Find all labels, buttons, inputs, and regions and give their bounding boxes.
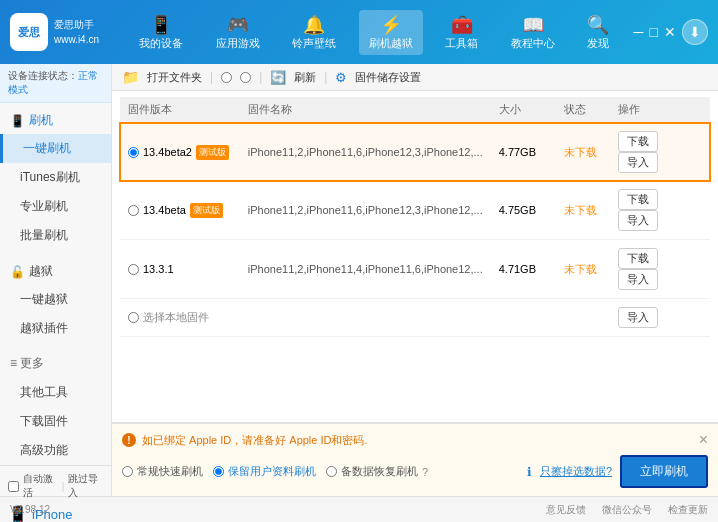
sidebar-item-other-tools[interactable]: 其他工具 (0, 378, 111, 407)
logo-name: 爱思助手 (54, 17, 99, 32)
sidebar-item-itunes-flash[interactable]: iTunes刷机 (0, 163, 111, 192)
row1-download-btn[interactable]: 下载 (618, 131, 658, 152)
sidebar-item-download-firmware[interactable]: 下载固件 (0, 407, 111, 436)
row2-download-btn[interactable]: 下载 (618, 189, 658, 210)
jailbreak-icon: 🔓 (10, 265, 25, 279)
download-circle-btn[interactable]: ⬇ (682, 19, 708, 45)
sidebar-item-jailbreak-header: 🔓 越狱 (0, 258, 111, 285)
footer-check-update[interactable]: 检查更新 (668, 503, 708, 517)
sidebar-item-flash-header: 📱 刷机 (0, 107, 111, 134)
sidebar-more-section: ≡ 更多 其他工具 下载固件 高级功能 (0, 349, 111, 465)
tutorial-label: 教程中心 (511, 36, 555, 51)
open-folder-btn[interactable]: 打开文件夹 (147, 70, 202, 85)
toolbox-icon: 🧰 (451, 14, 473, 36)
row2-import-btn[interactable]: 导入 (618, 210, 658, 231)
row1-radio[interactable] (128, 147, 139, 158)
device-status-label: 设备连接状态： (8, 70, 78, 81)
restore-data-label: 备数据恢复刷机 (341, 464, 418, 479)
row3-import-btn[interactable]: 导入 (618, 269, 658, 290)
row2-version: 13.4beta 测试版 (120, 181, 240, 240)
quick-flash-radio[interactable] (122, 466, 133, 477)
nav-item-app-games[interactable]: 🎮 应用游戏 (206, 10, 270, 55)
maximize-icon[interactable]: □ (650, 24, 658, 40)
notice-close-btn[interactable]: × (699, 432, 708, 448)
row2-actions: 下载 导入 (610, 181, 710, 240)
row1-name: iPhone11,2,iPhone11,6,iPhone12,3,iPhone1… (240, 123, 491, 182)
row3-actions: 下载 导入 (610, 240, 710, 299)
auto-activate-checkbox[interactable] (8, 481, 19, 492)
logo-url: www.i4.cn (54, 32, 99, 47)
help-link[interactable]: 只擦掉选数据? (540, 464, 612, 479)
nav-bar: 📱 我的设备 🎮 应用游戏 🔔 铃声壁纸 ⚡ 刷机越狱 🧰 工具箱 📖 教程中心… (123, 10, 626, 55)
row3-download-btn[interactable]: 下载 (618, 248, 658, 269)
option-restore-data[interactable]: 备数据恢复刷机 ? (326, 464, 428, 479)
my-device-label: 我的设备 (139, 36, 183, 51)
row1-status: 未下载 (556, 123, 611, 182)
row3-status: 未下载 (556, 240, 611, 299)
sidebar-item-batch-flash[interactable]: 批量刷机 (0, 221, 111, 250)
content-area: 📁 打开文件夹 | | 🔄 刷新 | ⚙ 固件储存设置 固件版本 固件名称 大小… (112, 64, 718, 496)
nav-item-flash-jailbreak[interactable]: ⚡ 刷机越狱 (359, 10, 423, 55)
auto-activate-label: 自动激活 (23, 472, 58, 500)
nav-item-ringtone[interactable]: 🔔 铃声壁纸 (282, 10, 346, 55)
help-link-area: ℹ 只擦掉选数据? 立即刷机 (527, 455, 708, 488)
my-device-icon: 📱 (150, 14, 172, 36)
nav-item-my-device[interactable]: 📱 我的设备 (129, 10, 193, 55)
footer-wechat[interactable]: 微信公众号 (602, 503, 652, 517)
refresh-icon: 🔄 (270, 70, 286, 85)
bottom-notice: ! 如已绑定 Apple ID，请准备好 Apple ID和密码. × (122, 432, 708, 448)
nav-item-discovery[interactable]: 🔍 发现 (577, 10, 619, 55)
bottom-options: 常规快速刷机 保留用户资料刷机 备数据恢复刷机 ? ℹ 只擦掉选数据? 立即刷机 (122, 455, 708, 488)
sep: | (62, 481, 65, 492)
logo: 爱思 爱思助手 www.i4.cn (10, 13, 99, 51)
header: 爱思 爱思助手 www.i4.cn 📱 我的设备 🎮 应用游戏 🔔 铃声壁纸 ⚡… (0, 0, 718, 64)
flash-section-label: 刷机 (29, 112, 53, 129)
discovery-icon: 🔍 (587, 14, 609, 36)
row3-version: 13.3.1 (120, 240, 240, 299)
footer-feedback[interactable]: 意见反馈 (546, 503, 586, 517)
nav-item-toolbox[interactable]: 🧰 工具箱 (435, 10, 488, 55)
keep-data-radio[interactable] (213, 466, 224, 477)
toolbar: 📁 打开文件夹 | | 🔄 刷新 | ⚙ 固件储存设置 (112, 64, 718, 91)
sidebar-item-more[interactable]: ≡ 更多 (0, 349, 111, 378)
toolbar-radio2[interactable] (240, 72, 251, 83)
close-icon[interactable]: ✕ (664, 24, 676, 40)
sidebar-item-pro-flash[interactable]: 专业刷机 (0, 192, 111, 221)
toolbar-radio1[interactable] (221, 72, 232, 83)
row1-import-btn[interactable]: 导入 (618, 152, 658, 173)
refresh-btn[interactable]: 刷新 (294, 70, 316, 85)
logo-icon-text: 爱思 (18, 27, 40, 38)
row1-tag: 测试版 (196, 145, 229, 160)
row4-radio[interactable] (128, 312, 139, 323)
toolbar-sep2: | (259, 70, 262, 84)
sidebar-flash-section: 📱 刷机 一键刷机 iTunes刷机 专业刷机 批量刷机 (0, 103, 111, 250)
sidebar-jailbreak-section: 🔓 越狱 一键越狱 越狱插件 (0, 256, 111, 343)
option-quick-flash[interactable]: 常规快速刷机 (122, 464, 203, 479)
toolbox-label: 工具箱 (445, 36, 478, 51)
help-question-icon[interactable]: ? (422, 466, 428, 478)
sidebar-item-one-click-flash[interactable]: 一键刷机 (0, 134, 111, 163)
flash-now-btn[interactable]: 立即刷机 (620, 455, 708, 488)
row4-name (240, 299, 491, 337)
phone-icon: 📱 (10, 114, 25, 128)
minimize-icon[interactable]: ─ (634, 24, 644, 40)
row4-import-btn[interactable]: 导入 (618, 307, 658, 328)
row1-version: 13.4beta2 测试版 (120, 123, 240, 182)
sidebar-item-one-click-jailbreak[interactable]: 一键越狱 (0, 285, 111, 314)
row2-radio[interactable] (128, 205, 139, 216)
footer-version: V7.98.12 (10, 504, 50, 515)
storage-settings-btn[interactable]: 固件储存设置 (355, 70, 421, 85)
row2-size: 4.75GB (491, 181, 556, 240)
row3-name: iPhone11,2,iPhone11,4,iPhone11,6,iPhone1… (240, 240, 491, 299)
sidebar-item-advanced[interactable]: 高级功能 (0, 436, 111, 465)
main-area: 设备连接状态：正常模式 📱 刷机 一键刷机 iTunes刷机 专业刷机 批量刷机 (0, 64, 718, 496)
row3-radio[interactable] (128, 264, 139, 275)
restore-data-radio[interactable] (326, 466, 337, 477)
sidebar-item-jailbreak-plugin[interactable]: 越狱插件 (0, 314, 111, 343)
col-size: 大小 (491, 97, 556, 123)
table-row-local: 选择本地固件 导入 (120, 299, 710, 337)
option-keep-data[interactable]: 保留用户资料刷机 (213, 464, 316, 479)
no-import-label: 跳过导入 (68, 472, 103, 500)
row1-actions: 下载 导入 (610, 123, 710, 182)
nav-item-tutorial[interactable]: 📖 教程中心 (501, 10, 565, 55)
